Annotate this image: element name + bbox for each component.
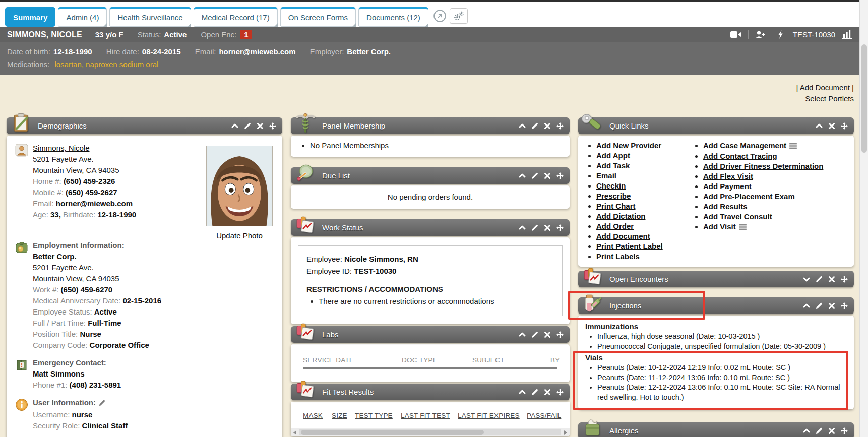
- expand-icon[interactable]: [803, 276, 810, 283]
- quick-link[interactable]: Add Order: [596, 222, 634, 230]
- column-header-link[interactable]: SIZE: [332, 412, 355, 419]
- close-icon[interactable]: [544, 122, 551, 130]
- quick-link[interactable]: Add Document: [596, 232, 650, 240]
- collapse-icon[interactable]: [519, 389, 526, 396]
- collapse-icon[interactable]: [519, 122, 526, 130]
- close-icon[interactable]: [828, 276, 835, 283]
- edit-user-info-icon[interactable]: [99, 399, 105, 408]
- move-icon[interactable]: [841, 122, 848, 130]
- collapse-icon[interactable]: [519, 224, 526, 231]
- quick-link[interactable]: Add Travel Consult: [703, 212, 772, 221]
- move-icon[interactable]: [556, 172, 564, 179]
- edit-icon[interactable]: [816, 276, 823, 283]
- vertical-scrollbar[interactable]: [859, 0, 868, 437]
- select-portlets-link[interactable]: Select Portlets: [805, 94, 854, 103]
- horizontal-scrollbar[interactable]: [291, 428, 570, 436]
- quick-link[interactable]: Add Flex Visit: [703, 172, 753, 180]
- menu-list-icon[interactable]: [789, 141, 797, 151]
- move-icon[interactable]: [269, 122, 276, 130]
- close-icon[interactable]: [828, 427, 835, 434]
- edit-icon[interactable]: [531, 122, 538, 130]
- close-icon[interactable]: [828, 122, 835, 130]
- edit-icon[interactable]: [531, 224, 538, 231]
- add-person-icon[interactable]: [755, 30, 766, 39]
- quick-link[interactable]: Add Case Management: [703, 141, 786, 150]
- quick-link[interactable]: Add Driver Fitness Determination: [703, 162, 823, 170]
- edit-icon[interactable]: [816, 427, 823, 434]
- quick-link[interactable]: Add Task: [596, 161, 630, 170]
- quick-link[interactable]: Add Contact Tracing: [703, 152, 777, 160]
- tab-admin[interactable]: Admin (4): [58, 7, 107, 27]
- quick-link[interactable]: Add Payment: [703, 182, 752, 191]
- close-icon[interactable]: [257, 122, 264, 130]
- patient-name-link[interactable]: Simmons, Nicole: [33, 144, 90, 152]
- add-document-link[interactable]: Add Document: [800, 83, 850, 92]
- quick-link[interactable]: Print Chart: [596, 202, 636, 210]
- column-header-link[interactable]: TEST TYPE: [355, 412, 401, 419]
- collapse-icon[interactable]: [803, 427, 810, 434]
- open-encounter-badge[interactable]: 1: [240, 30, 252, 39]
- quick-link[interactable]: Print Patient Label: [596, 242, 663, 251]
- lightning-icon[interactable]: [778, 30, 784, 39]
- collapse-icon[interactable]: [816, 122, 823, 130]
- quick-link[interactable]: Add Appt: [596, 151, 630, 160]
- move-icon[interactable]: [556, 389, 564, 396]
- column-header-link[interactable]: LAST FIT TEST: [401, 412, 458, 419]
- portlet-controls: [519, 331, 564, 338]
- column-header-link[interactable]: PASS/FAIL: [527, 412, 561, 419]
- column-header[interactable]: BY: [550, 356, 560, 364]
- tab-summary[interactable]: Summary: [5, 7, 55, 27]
- scrollbar-thumb[interactable]: [861, 44, 867, 153]
- quick-link[interactable]: Email: [596, 171, 616, 180]
- menu-list-icon[interactable]: [739, 222, 747, 232]
- quick-link[interactable]: Print Labels: [596, 252, 640, 261]
- scroll-left-arrow-icon[interactable]: [291, 430, 299, 435]
- quick-link[interactable]: Checkin: [596, 181, 626, 190]
- tab-health-surveillance[interactable]: Health Surveillance: [109, 7, 191, 27]
- close-icon[interactable]: [544, 172, 551, 179]
- scrollbar-track[interactable]: [299, 429, 561, 435]
- collapse-icon[interactable]: [231, 122, 238, 130]
- collapse-icon[interactable]: [519, 331, 526, 338]
- edit-icon[interactable]: [244, 122, 251, 130]
- collapse-icon[interactable]: [519, 172, 526, 179]
- move-icon[interactable]: [841, 427, 848, 434]
- quick-link[interactable]: Prescribe: [596, 192, 631, 200]
- scrollbar-thumb[interactable]: [301, 430, 484, 435]
- quick-link[interactable]: Add Dictation: [596, 212, 646, 220]
- update-photo-link[interactable]: Update Photo: [216, 231, 263, 240]
- medication-link[interactable]: losartan: [54, 60, 81, 69]
- tab-on-screen-forms[interactable]: On Screen Forms: [280, 7, 356, 27]
- column-header-link[interactable]: MASK: [303, 412, 332, 419]
- close-icon[interactable]: [544, 331, 551, 338]
- move-icon[interactable]: [556, 224, 564, 231]
- edit-icon[interactable]: [816, 302, 823, 309]
- quick-link[interactable]: Add New Provider: [596, 141, 661, 150]
- move-icon[interactable]: [841, 302, 848, 309]
- tab-documents[interactable]: Documents (12): [358, 7, 428, 27]
- quick-link[interactable]: Add Pre-Placement Exam: [703, 192, 795, 201]
- edit-icon[interactable]: [531, 331, 538, 338]
- video-camera-icon[interactable]: [730, 31, 742, 38]
- quick-link[interactable]: Add Results: [703, 202, 748, 211]
- settings-gears-icon[interactable]: [450, 8, 468, 24]
- close-icon[interactable]: [828, 302, 835, 309]
- move-icon[interactable]: [556, 331, 564, 338]
- edit-icon[interactable]: [531, 172, 538, 179]
- column-header[interactable]: SUBJECT: [472, 356, 550, 364]
- flowsheet-chart-icon[interactable]: [842, 30, 852, 39]
- column-header-link[interactable]: LAST FIT EXPIRES: [458, 412, 527, 419]
- move-icon[interactable]: [556, 122, 564, 130]
- column-header[interactable]: SERVICE DATE: [303, 356, 402, 364]
- close-icon[interactable]: [544, 224, 551, 231]
- medication-link[interactable]: naproxen sodium oral: [86, 60, 158, 69]
- collapse-icon[interactable]: [803, 302, 810, 309]
- column-header[interactable]: DOC TYPE: [402, 356, 472, 364]
- close-icon[interactable]: [544, 389, 551, 396]
- move-icon[interactable]: [841, 276, 848, 283]
- edit-icon[interactable]: [531, 389, 538, 396]
- quick-link[interactable]: Add Visit: [703, 222, 736, 231]
- tab-medical-record[interactable]: Medical Record (17): [194, 7, 278, 27]
- scroll-right-arrow-icon[interactable]: [561, 430, 570, 435]
- launch-icon[interactable]: [433, 9, 447, 23]
